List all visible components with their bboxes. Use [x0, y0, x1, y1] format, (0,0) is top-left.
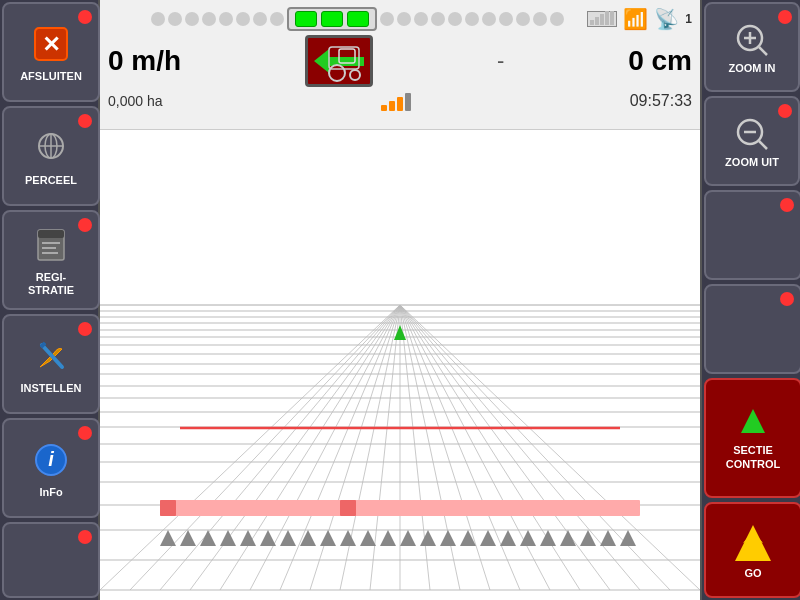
sectie-control-label: SECTIE CONTROL	[726, 443, 780, 472]
status-bar: 📶 📡 1 0 m/h	[100, 0, 700, 130]
svg-rect-85	[520, 500, 536, 516]
dot-17	[516, 12, 530, 26]
dot-3	[185, 12, 199, 26]
speed-display: 0 m/h	[108, 45, 181, 77]
dot-1	[151, 12, 165, 26]
extra-dot	[78, 530, 92, 544]
right-empty-2	[704, 284, 800, 374]
perceel-label: PERCEEL	[25, 174, 77, 186]
go-button[interactable]: GO	[704, 502, 800, 598]
top-row1: 📶 📡 1	[108, 4, 692, 34]
dot-11	[414, 12, 428, 26]
dot-7	[253, 12, 267, 26]
top-row2: 0 m/h	[108, 36, 692, 86]
bar-2	[389, 101, 395, 111]
zoom-minus-icon	[732, 114, 772, 156]
svg-rect-7	[38, 230, 64, 238]
svg-text:i: i	[48, 448, 54, 470]
right-empty-1	[704, 190, 800, 280]
svg-rect-8	[42, 242, 60, 244]
svg-line-118	[759, 47, 767, 55]
zoom-in-label: ZOOM IN	[728, 62, 775, 74]
antenna-icon: 📡	[654, 7, 679, 31]
dot-8	[270, 12, 284, 26]
sectie-control-button[interactable]: SECTIE CONTROL	[704, 378, 800, 498]
svg-rect-10	[42, 252, 58, 254]
svg-rect-77	[360, 500, 376, 516]
perceel-button[interactable]: PERCEEL	[2, 106, 100, 206]
dot-19	[550, 12, 564, 26]
svg-line-121	[759, 141, 767, 149]
info-label: InFo	[39, 486, 62, 498]
power-icon: ✕	[29, 22, 73, 66]
svg-rect-9	[42, 247, 56, 249]
svg-rect-89	[600, 500, 616, 516]
dot-15	[482, 12, 496, 26]
right-empty-1-dot	[780, 198, 794, 212]
svg-rect-71	[240, 500, 256, 516]
signal-count: 1	[685, 12, 692, 26]
afsluiten-label: AFSLUITEN	[20, 70, 82, 82]
registratie-button[interactable]: REGI- STRATIE	[2, 210, 100, 310]
svg-rect-69	[200, 500, 216, 516]
svg-rect-79	[400, 500, 416, 516]
instellen-icon	[29, 334, 73, 378]
green-light-2	[321, 11, 343, 27]
zoom-in-button[interactable]: ZOOM IN	[704, 2, 800, 92]
svg-rect-74	[300, 500, 316, 516]
go-label: GO	[744, 567, 761, 579]
grid-canvas	[100, 130, 700, 600]
instellen-dot	[78, 322, 92, 336]
info-icon: i	[29, 438, 73, 482]
registratie-label: REGI- STRATIE	[28, 271, 74, 297]
dot-10	[397, 12, 411, 26]
dot-2	[168, 12, 182, 26]
svg-rect-68	[180, 500, 196, 516]
svg-rect-67	[160, 500, 176, 516]
svg-rect-76	[340, 500, 356, 516]
right-sidebar: ZOOM IN ZOOM UIT	[700, 0, 800, 600]
bar-4	[405, 93, 411, 111]
zoom-out-dot	[778, 104, 792, 118]
map-area	[100, 130, 700, 600]
tractor-icon	[305, 35, 373, 87]
main-container: ✕ AFSLUITEN PERCEEL	[0, 0, 800, 600]
info-button[interactable]: i InFo	[2, 418, 100, 518]
dot-6	[236, 12, 250, 26]
center-content: 📶 📡 1 0 m/h	[100, 0, 700, 600]
green-light-1	[295, 11, 317, 27]
svg-rect-82	[460, 500, 476, 516]
signal-bars	[381, 91, 411, 111]
zoom-out-label: ZOOM UIT	[725, 156, 779, 168]
registratie-icon	[29, 223, 73, 267]
sectie-control-icon	[735, 405, 771, 443]
perceel-dot	[78, 114, 92, 128]
zoom-plus-icon	[732, 20, 772, 62]
svg-rect-78	[380, 500, 396, 516]
svg-rect-72	[260, 500, 276, 516]
wifi-icon: 📶	[623, 7, 648, 31]
dot-13	[448, 12, 462, 26]
info-dot	[78, 426, 92, 440]
svg-rect-87	[560, 500, 576, 516]
dot-12	[431, 12, 445, 26]
svg-marker-122	[741, 409, 765, 433]
svg-rect-81	[440, 500, 456, 516]
afsluiten-button[interactable]: ✕ AFSLUITEN	[2, 2, 100, 102]
dots-row	[128, 7, 587, 31]
svg-rect-88	[580, 500, 596, 516]
svg-text:✕: ✕	[42, 32, 60, 57]
svg-rect-84	[500, 500, 516, 516]
instellen-label: INSTELLEN	[20, 382, 81, 394]
left-sidebar: ✕ AFSLUITEN PERCEEL	[0, 0, 100, 600]
dot-14	[465, 12, 479, 26]
svg-rect-70	[220, 500, 236, 516]
green-light-3	[347, 11, 369, 27]
zoom-in-dot	[778, 10, 792, 24]
green-indicator	[287, 7, 377, 31]
instellen-button[interactable]: INSTELLEN	[2, 314, 100, 414]
extra-button[interactable]	[2, 522, 100, 598]
svg-rect-73	[280, 500, 296, 516]
svg-rect-90	[620, 500, 636, 516]
zoom-out-button[interactable]: ZOOM UIT	[704, 96, 800, 186]
